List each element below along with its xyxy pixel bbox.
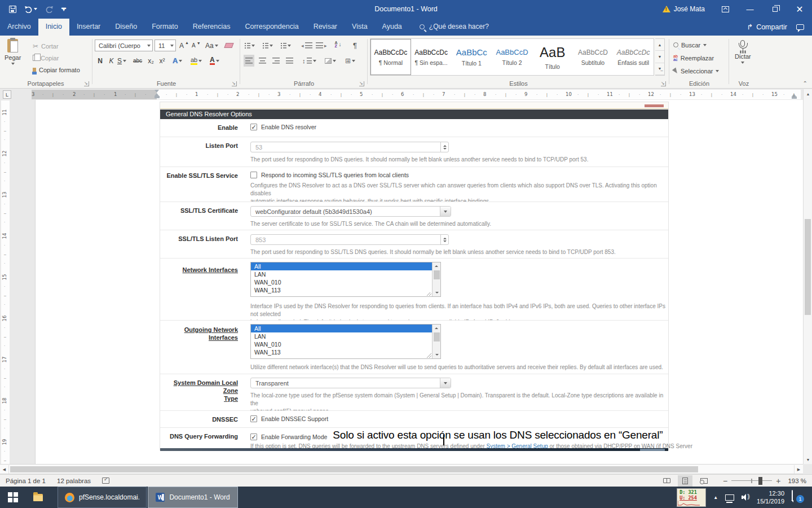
listbox-scrollbar[interactable] xyxy=(432,325,440,358)
scroll-right-icon[interactable]: ▶ xyxy=(794,465,803,474)
listbox-option[interactable]: LAN xyxy=(251,332,433,340)
subscript-button[interactable]: x₂ xyxy=(145,55,156,67)
paragraph-dialog-launcher-icon[interactable]: ↘ xyxy=(359,81,364,86)
style-subtitle[interactable]: AaBbCcDSubtítulo xyxy=(573,39,614,75)
tab-ayuda[interactable]: Ayuda xyxy=(375,19,409,36)
tab-stop-selector[interactable]: L xyxy=(3,90,11,99)
listbox-option[interactable]: LAN xyxy=(251,270,433,278)
resize-handle-icon[interactable] xyxy=(427,353,431,358)
share-button[interactable]: ↱ Compartir xyxy=(747,23,787,31)
tab-diseno[interactable]: Diseño xyxy=(108,19,144,36)
line-spacing-button[interactable]: ↕ xyxy=(301,55,317,67)
find-button[interactable]: Buscar xyxy=(673,39,707,51)
font-size-combo[interactable]: 11 xyxy=(155,40,176,51)
proofing-icon[interactable] xyxy=(102,478,109,484)
clear-formatting-button[interactable] xyxy=(223,40,234,51)
undo-caret-icon[interactable] xyxy=(34,8,37,10)
account-area[interactable]: José Mata xyxy=(663,5,705,13)
tab-vista[interactable]: Vista xyxy=(345,19,375,36)
paste-button[interactable]: Pegar xyxy=(5,39,21,65)
zoom-out-button[interactable]: − xyxy=(723,478,727,484)
styles-more-icon[interactable]: ▼̲ xyxy=(655,63,664,75)
action-center-button[interactable]: 1 xyxy=(792,491,806,504)
minimize-button[interactable]: — xyxy=(738,0,762,18)
shrink-font-button[interactable]: A▼ xyxy=(191,40,202,51)
horizontal-scroll-thumb[interactable] xyxy=(10,466,698,472)
scroll-up-icon[interactable]: ▲ xyxy=(804,89,812,98)
listbox-scrollbar[interactable] xyxy=(432,262,440,296)
collapse-ribbon-icon[interactable]: ⌃ xyxy=(803,80,807,86)
clipboard-dialog-launcher-icon[interactable]: ↘ xyxy=(84,81,89,86)
change-case-button[interactable]: Aa xyxy=(204,40,219,51)
word-count[interactable]: 12 palabras xyxy=(57,478,91,484)
tab-referencias[interactable]: Referencias xyxy=(186,19,238,36)
sort-button[interactable]: AZ↓ xyxy=(333,38,343,50)
zone-type-select[interactable]: Transparent xyxy=(250,378,451,388)
vertical-scrollbar[interactable]: ▲ ▼ xyxy=(803,89,812,464)
print-layout-button[interactable] xyxy=(678,475,692,487)
scroll-down-icon[interactable]: ▼ xyxy=(804,455,812,464)
style-title[interactable]: AaBTítulo xyxy=(532,39,573,75)
comments-icon[interactable] xyxy=(796,24,804,30)
ssl-port-spinner[interactable] xyxy=(440,235,448,244)
close-button[interactable]: ✕ xyxy=(787,0,812,18)
cut-button[interactable]: ✂Cortar xyxy=(33,40,80,52)
style-normal[interactable]: AaBbCcDc¶ Normal xyxy=(370,39,411,75)
show-paragraph-marks-button[interactable]: ¶ xyxy=(350,40,360,51)
forwarding-checkbox[interactable]: ✓ xyxy=(250,433,257,440)
read-mode-button[interactable] xyxy=(659,475,674,487)
web-layout-button[interactable] xyxy=(696,475,711,487)
undo-button[interactable] xyxy=(24,6,37,13)
file-explorer-button[interactable] xyxy=(26,487,50,508)
listbox-option[interactable]: WAN_010 xyxy=(251,340,433,348)
tab-formato[interactable]: Formato xyxy=(144,19,186,36)
zoom-slider-thumb[interactable] xyxy=(758,477,762,485)
tab-insertar[interactable]: Insertar xyxy=(69,19,108,36)
styles-scroll-up-icon[interactable]: ▲ xyxy=(655,39,664,51)
tell-me-search[interactable]: ¿Qué desea hacer? xyxy=(409,23,489,36)
align-left-button[interactable] xyxy=(244,55,254,67)
style-heading1[interactable]: AaBbCcTítulo 1 xyxy=(451,39,492,75)
ssl-port-input[interactable]: 853 xyxy=(250,234,449,245)
ribbon-display-options-button[interactable] xyxy=(713,0,738,18)
first-line-indent-marker[interactable] xyxy=(155,90,160,98)
styles-scroll-down-icon[interactable]: ▼ xyxy=(655,51,664,63)
bold-button[interactable]: N xyxy=(95,55,105,67)
save-icon[interactable] xyxy=(9,6,16,13)
listbox-option[interactable]: WAN_010 xyxy=(251,278,433,286)
grow-font-button[interactable]: A▲ xyxy=(178,40,190,51)
page-indicator[interactable]: Página 1 de 1 xyxy=(6,478,46,484)
copy-button[interactable]: Copiar xyxy=(33,52,80,64)
enable-dns-resolver-checkbox[interactable]: ✓ xyxy=(250,124,257,130)
listbox-option[interactable]: WAN_113 xyxy=(251,286,433,294)
styles-dialog-launcher-icon[interactable]: ↘ xyxy=(661,81,666,86)
zoom-slider[interactable] xyxy=(731,480,772,481)
align-right-button[interactable] xyxy=(271,55,281,67)
zoom-in-button[interactable]: + xyxy=(776,478,780,484)
font-dialog-launcher-icon[interactable]: ↘ xyxy=(232,81,237,86)
highlight-button[interactable]: ab xyxy=(189,55,203,67)
dictate-button[interactable]: Dictar xyxy=(735,40,751,64)
listbox-option[interactable]: WAN_113 xyxy=(251,348,433,356)
text-effects-button[interactable]: A xyxy=(171,55,183,67)
strikethrough-button[interactable]: abc xyxy=(132,55,143,67)
vertical-scroll-thumb[interactable] xyxy=(805,219,811,315)
listbox-option[interactable]: All xyxy=(251,325,433,332)
taskbar-firefox-button[interactable]: pfSense.localdomai... xyxy=(58,487,147,508)
network-monitor-widget[interactable]: D: 321 U: 254 xyxy=(677,488,706,507)
bullets-button[interactable] xyxy=(244,40,256,51)
dnssec-checkbox[interactable]: ✓ xyxy=(250,415,257,422)
tab-archivo[interactable]: Archivo xyxy=(0,19,38,36)
shading-button[interactable] xyxy=(324,55,337,67)
start-button[interactable] xyxy=(0,487,26,508)
hidden-icons-chevron[interactable]: ▲ xyxy=(713,495,718,500)
select-button[interactable]: Seleccionar xyxy=(673,65,719,77)
speaker-icon[interactable]: )) xyxy=(742,494,749,501)
numbering-button[interactable] xyxy=(262,40,274,51)
justify-button[interactable] xyxy=(284,55,295,67)
style-subtle-emphasis[interactable]: AaBbCcDcÉnfasis sutil xyxy=(613,39,654,75)
ssl-service-checkbox[interactable] xyxy=(250,172,257,178)
horizontal-scrollbar[interactable]: ◀ ▶ xyxy=(0,464,803,474)
align-center-button[interactable] xyxy=(257,55,268,67)
scroll-left-icon[interactable]: ◀ xyxy=(0,465,9,474)
